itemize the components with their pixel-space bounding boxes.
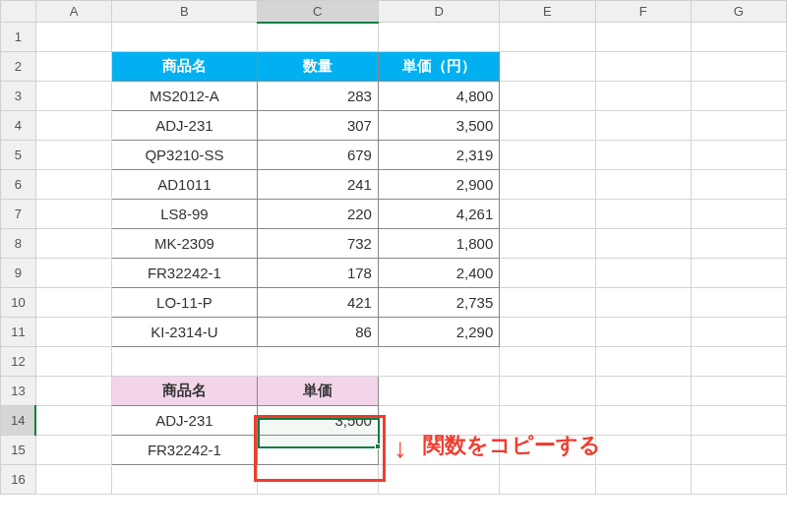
cell-a1[interactable] xyxy=(35,23,111,52)
cell-e5[interactable] xyxy=(500,141,595,170)
cell-b7[interactable]: LS8-99 xyxy=(112,200,257,229)
cell-c8[interactable]: 732 xyxy=(257,229,378,259)
spreadsheet-grid[interactable]: A B C D E F G 1 2 商品名 数量 単価（円） 3 MS2012-… xyxy=(0,0,787,495)
cell-c9[interactable]: 178 xyxy=(257,259,378,288)
cell-g15[interactable] xyxy=(691,436,786,465)
row-header-1[interactable]: 1 xyxy=(1,23,36,52)
cell-d4[interactable]: 3,500 xyxy=(378,111,499,141)
cell-d3[interactable]: 4,800 xyxy=(378,82,499,111)
cell-g6[interactable] xyxy=(691,170,786,200)
cell-c16[interactable] xyxy=(257,465,378,495)
row-header-3[interactable]: 3 xyxy=(1,82,36,111)
cell-a2[interactable] xyxy=(35,52,111,82)
cell-d11[interactable]: 2,290 xyxy=(378,318,499,347)
cell-a10[interactable] xyxy=(35,288,111,318)
cell-e10[interactable] xyxy=(500,288,595,318)
cell-d5[interactable]: 2,319 xyxy=(378,141,499,170)
cell-c4[interactable]: 307 xyxy=(257,111,378,141)
cell-b11[interactable]: KI-2314-U xyxy=(112,318,257,347)
cell-b13[interactable]: 商品名 xyxy=(112,377,257,406)
cell-g1[interactable] xyxy=(691,23,786,52)
cell-f10[interactable] xyxy=(595,288,691,318)
cell-a6[interactable] xyxy=(35,170,111,200)
cell-b1[interactable] xyxy=(112,23,257,52)
cell-c15[interactable] xyxy=(257,436,378,465)
cell-f2[interactable] xyxy=(595,52,691,82)
cell-f5[interactable] xyxy=(595,141,691,170)
cell-c1[interactable] xyxy=(257,23,378,52)
row-header-13[interactable]: 13 xyxy=(1,377,36,406)
cell-f4[interactable] xyxy=(595,111,691,141)
cell-b6[interactable]: AD1011 xyxy=(112,170,257,200)
cell-f14[interactable] xyxy=(595,406,691,436)
corner-cell[interactable] xyxy=(1,1,36,23)
col-header-c[interactable]: C xyxy=(257,1,378,23)
col-header-d[interactable]: D xyxy=(378,1,499,23)
cell-a15[interactable] xyxy=(35,436,111,465)
cell-d12[interactable] xyxy=(378,347,499,377)
cell-b15[interactable]: FR32242-1 xyxy=(112,436,257,465)
cell-c11[interactable]: 86 xyxy=(257,318,378,347)
cell-f11[interactable] xyxy=(595,318,691,347)
cell-f16[interactable] xyxy=(595,465,691,495)
cell-e13[interactable] xyxy=(500,377,595,406)
cell-a4[interactable] xyxy=(35,111,111,141)
cell-g9[interactable] xyxy=(691,259,786,288)
cell-e6[interactable] xyxy=(500,170,595,200)
cell-a8[interactable] xyxy=(35,229,111,259)
cell-c13[interactable]: 単価 xyxy=(257,377,378,406)
row-header-15[interactable]: 15 xyxy=(1,436,36,465)
cell-d7[interactable]: 4,261 xyxy=(378,200,499,229)
cell-g16[interactable] xyxy=(691,465,786,495)
row-header-2[interactable]: 2 xyxy=(1,52,36,82)
cell-f12[interactable] xyxy=(595,347,691,377)
cell-c2[interactable]: 数量 xyxy=(257,52,378,82)
row-header-10[interactable]: 10 xyxy=(1,288,36,318)
row-header-4[interactable]: 4 xyxy=(1,111,36,141)
row-header-5[interactable]: 5 xyxy=(1,141,36,170)
cell-g7[interactable] xyxy=(691,200,786,229)
cell-b8[interactable]: MK-2309 xyxy=(112,229,257,259)
cell-d8[interactable]: 1,800 xyxy=(378,229,499,259)
cell-a12[interactable] xyxy=(35,347,111,377)
cell-g14[interactable] xyxy=(691,406,786,436)
cell-g2[interactable] xyxy=(691,52,786,82)
col-header-a[interactable]: A xyxy=(35,1,111,23)
cell-b2[interactable]: 商品名 xyxy=(112,52,257,82)
cell-b4[interactable]: ADJ-231 xyxy=(112,111,257,141)
row-header-16[interactable]: 16 xyxy=(1,465,36,495)
cell-f3[interactable] xyxy=(595,82,691,111)
cell-c10[interactable]: 421 xyxy=(257,288,378,318)
row-header-14[interactable]: 14 xyxy=(1,406,36,436)
cell-e9[interactable] xyxy=(500,259,595,288)
cell-f1[interactable] xyxy=(595,23,691,52)
cell-f15[interactable] xyxy=(595,436,691,465)
row-header-11[interactable]: 11 xyxy=(1,318,36,347)
cell-c12[interactable] xyxy=(257,347,378,377)
cell-d10[interactable]: 2,735 xyxy=(378,288,499,318)
cell-g12[interactable] xyxy=(691,347,786,377)
cell-f6[interactable] xyxy=(595,170,691,200)
cell-d2[interactable]: 単価（円） xyxy=(378,52,499,82)
cell-e8[interactable] xyxy=(500,229,595,259)
cell-d13[interactable] xyxy=(378,377,499,406)
cell-d1[interactable] xyxy=(378,23,499,52)
cell-c7[interactable]: 220 xyxy=(257,200,378,229)
cell-a16[interactable] xyxy=(35,465,111,495)
cell-f8[interactable] xyxy=(595,229,691,259)
cell-g8[interactable] xyxy=(691,229,786,259)
cell-e12[interactable] xyxy=(500,347,595,377)
cell-c6[interactable]: 241 xyxy=(257,170,378,200)
cell-b10[interactable]: LO-11-P xyxy=(112,288,257,318)
row-header-8[interactable]: 8 xyxy=(1,229,36,259)
cell-g11[interactable] xyxy=(691,318,786,347)
cell-e3[interactable] xyxy=(500,82,595,111)
row-header-6[interactable]: 6 xyxy=(1,170,36,200)
cell-a14[interactable] xyxy=(35,406,111,436)
cell-b16[interactable] xyxy=(112,465,257,495)
cell-g3[interactable] xyxy=(691,82,786,111)
cell-g10[interactable] xyxy=(691,288,786,318)
cell-a5[interactable] xyxy=(35,141,111,170)
cell-d16[interactable] xyxy=(378,465,499,495)
row-header-9[interactable]: 9 xyxy=(1,259,36,288)
